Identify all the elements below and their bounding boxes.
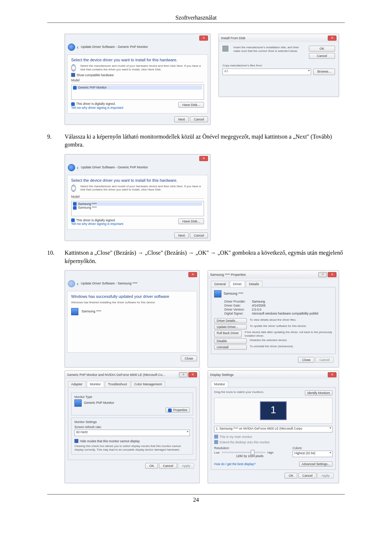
monitor-type-label: Monitor Type (74, 395, 190, 399)
colors-select[interactable]: Highest (32 bit) (293, 451, 332, 457)
back-icon[interactable] (68, 164, 75, 171)
close-icon[interactable]: ✕ (188, 272, 197, 277)
page-title: Szoftverhasználat (47, 15, 345, 21)
tab-adapter[interactable]: Adapter (68, 381, 86, 387)
label: Driver Date: (224, 304, 250, 307)
signing-link[interactable]: Tell me why driver signing is important (71, 106, 123, 110)
driver-details-button[interactable]: Driver Details... (214, 318, 247, 323)
cancel-button: Cancel (315, 357, 334, 363)
model-list[interactable]: Generic PnP Monitor (71, 85, 204, 100)
back-icon[interactable] (68, 44, 75, 51)
update-driver-button[interactable]: Update Driver... (214, 324, 247, 329)
tab-monitor[interactable]: Monitor (87, 381, 104, 387)
close-icon[interactable]: ✕ (328, 372, 336, 377)
update-driver-success: ✕ ‹ Update Driver Software - Samsung ***… (65, 270, 200, 368)
signed-text: This driver is digitally signed. (76, 218, 116, 222)
shield-icon (71, 102, 75, 106)
next-button[interactable]: Next (174, 233, 189, 238)
disk-icon (71, 185, 76, 192)
tab-general[interactable]: General (211, 281, 229, 287)
resolution-slider[interactable] (222, 452, 265, 453)
close-icon[interactable]: ✕ (199, 156, 208, 161)
high-label: High (268, 451, 273, 454)
cancel-button[interactable]: Cancel (190, 233, 208, 238)
disable-button[interactable]: Disable (214, 338, 247, 344)
ok-button[interactable]: OK (145, 463, 158, 469)
signing-link[interactable]: Tell me why driver signing is important (71, 222, 123, 226)
tab-monitor[interactable]: Monitor (211, 381, 228, 387)
header-rule (47, 22, 345, 23)
success-heading: Windows has successfully updated your dr… (71, 294, 193, 299)
chevron-left-icon: ‹ (77, 281, 79, 287)
next-button[interactable]: Next (174, 116, 189, 122)
close-icon[interactable]: ✕ (328, 272, 336, 277)
label: Digital Signer: (224, 312, 250, 315)
tab-details[interactable]: Details (246, 281, 262, 287)
cancel-button[interactable]: Cancel (298, 473, 317, 479)
pnp-monitor-dialog: Generic PnP Monitor and NVIDIA GeForce 6… (65, 370, 200, 483)
floppy-icon (222, 46, 228, 52)
hide-label: Hide modes that this monitor cannot disp… (80, 439, 140, 443)
wizard-desc: Select the manufacturer and model of you… (80, 185, 204, 192)
cancel-button[interactable]: Cancel (309, 53, 335, 59)
step9-text: Válassza ki a képernyőn látható monitorm… (65, 133, 345, 149)
have-disk-button[interactable]: Have Disk... (178, 218, 204, 224)
desc: If the device fails after updating the d… (245, 331, 332, 337)
refresh-rate-select[interactable]: 60 Hertz (74, 430, 190, 436)
monitor-select[interactable]: 1. Samsung **** on NVIDIA GeForce 6600 L… (214, 426, 332, 432)
model-header: Model (71, 78, 204, 82)
ok-button[interactable]: OK (309, 46, 335, 52)
back-icon (68, 280, 75, 287)
shield-icon (71, 218, 75, 222)
chevron-left-icon: ‹ (77, 165, 79, 171)
tab-driver[interactable]: Driver (230, 281, 245, 287)
monitor-1-icon[interactable]: 1 (260, 401, 287, 420)
advanced-settings-button[interactable]: Advanced Settings... (299, 461, 332, 467)
compat-checkbox[interactable]: Show compatible hardware (71, 73, 204, 77)
close-icon[interactable]: ✕ (328, 36, 336, 41)
device-name: Samsung **** (224, 292, 244, 295)
tab-troubleshoot[interactable]: Troubleshoot (105, 381, 130, 387)
path-input[interactable]: A:\ (222, 69, 311, 75)
rollback-button[interactable]: Roll Back Driver (214, 331, 242, 337)
wizard-heading: Select the device driver you want to ins… (71, 178, 204, 182)
monitor-properties-dialog: Samsung **** Properties ?✕ General Drive… (208, 270, 339, 368)
hide-modes-checkbox[interactable]: Hide modes that this monitor cannot disp… (74, 439, 190, 443)
model-item-2[interactable]: Samsung **** (73, 206, 202, 210)
step10-text: Kattintson a „Close" (Bezárás) → „Close"… (65, 249, 345, 265)
extend-checkbox: Extend the desktop onto this monitor (214, 440, 332, 444)
monitor-icon (214, 290, 221, 297)
close-icon[interactable]: ✕ (199, 36, 208, 41)
browse-button[interactable]: Browse... (313, 69, 335, 75)
monitor-layout[interactable]: 1 (214, 398, 332, 424)
desc: To view details about the driver files. (250, 318, 297, 323)
uninstall-button[interactable]: Uninstall (214, 345, 247, 350)
update-driver-wizard-1: ✕ ‹ Update Driver Software - Generic PnP… (65, 34, 211, 125)
properties-button[interactable]: Properties (166, 407, 190, 413)
have-disk-button[interactable]: Have Disk... (178, 102, 204, 108)
desc: Disables the selected device. (250, 338, 287, 344)
shield-icon (73, 206, 77, 210)
cancel-button[interactable]: Cancel (159, 463, 177, 469)
wizard-desc: Select the manufacturer and model of you… (80, 64, 204, 71)
close-button[interactable]: Close (181, 356, 197, 361)
dialog-title: Install From Disk (221, 36, 245, 40)
model-item[interactable]: Generic PnP Monitor (73, 86, 202, 90)
close-icon[interactable]: ✕ (188, 372, 197, 377)
model-list[interactable]: Samsung **** Samsung **** (71, 201, 204, 216)
best-display-link[interactable]: How do I get the best display? (214, 462, 256, 466)
tab-color-management[interactable]: Color Management (131, 381, 166, 387)
cancel-button[interactable]: Cancel (190, 116, 208, 122)
breadcrumb: Update Driver Software - Generic PnP Mon… (81, 45, 148, 49)
install-msg: Insert the manufacturer's installation d… (233, 46, 306, 59)
hide-desc: Clearing this check box allows you to se… (74, 444, 190, 451)
model-item-1[interactable]: Samsung **** (73, 202, 202, 206)
help-icon[interactable]: ? (179, 372, 188, 377)
close-button[interactable]: Close (298, 357, 314, 363)
dialog-title: Generic PnP Monitor and NVIDIA GeForce 6… (67, 373, 165, 377)
ok-button[interactable]: OK (285, 473, 297, 479)
identify-button[interactable]: Identify Monitors (305, 390, 332, 395)
help-icon[interactable]: ? (318, 272, 327, 277)
apply-button: Apply (178, 463, 194, 469)
monitor-settings-label: Monitor Settings (74, 420, 190, 424)
